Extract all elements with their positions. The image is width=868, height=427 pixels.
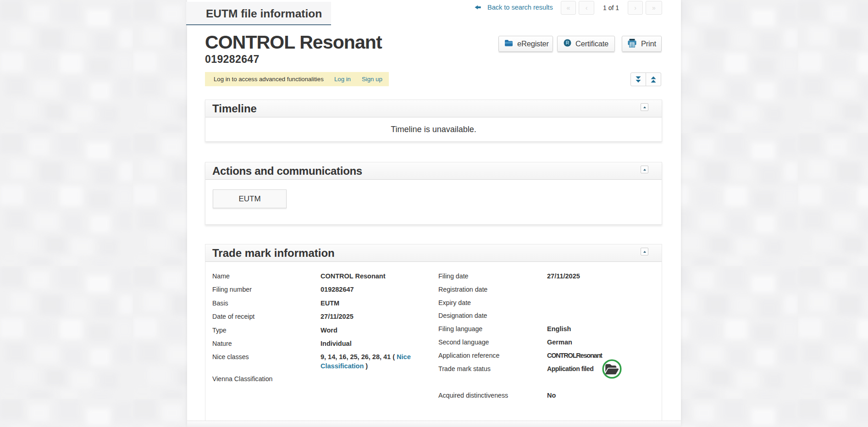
svg-text:R: R: [566, 40, 569, 45]
